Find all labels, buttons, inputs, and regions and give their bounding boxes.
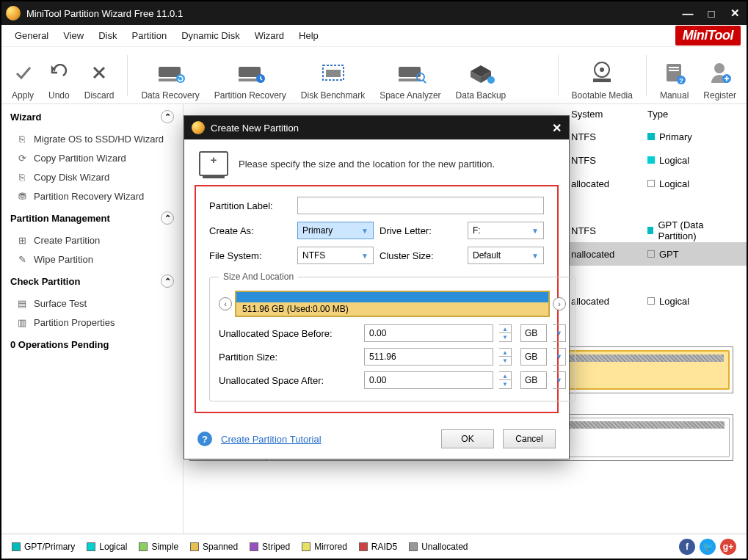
title-bar: MiniTool Partition Wizard Free 11.0.1 — … — [1, 1, 747, 25]
partition-label-label: Partition Label: — [209, 200, 291, 211]
menu-disk[interactable]: Disk — [91, 30, 124, 41]
cancel-button[interactable]: Cancel — [503, 429, 556, 448]
file-system-label: File System: — [209, 250, 291, 261]
unit-select[interactable]: ▼ — [553, 371, 566, 389]
user-plus-icon — [709, 61, 731, 84]
prev-button[interactable]: ‹ — [219, 297, 232, 310]
size-bar[interactable]: 511.96 GB (Used:0.00 MB) — [235, 291, 550, 317]
sidebar-item-copy-disk[interactable]: ⎘Copy Disk Wizard — [1, 167, 183, 186]
svg-rect-16 — [669, 67, 679, 68]
menu-bar: General View Disk Partition Dynamic Disk… — [1, 25, 747, 47]
partition-size-input[interactable] — [364, 348, 493, 366]
col-type[interactable]: Type — [642, 109, 737, 120]
sidebar-item-migrate-os[interactable]: ⎘Migrate OS to SSD/HD Wizard — [1, 129, 183, 148]
space-after-label: Unallocated Space After: — [219, 375, 358, 386]
sidebar-item-partition-properties[interactable]: ▥Partition Properties — [1, 313, 183, 332]
bootable-media-button[interactable]: Bootable Media — [567, 51, 637, 101]
create-as-select[interactable]: Primary▼ — [297, 222, 374, 239]
unit-label: GB — [520, 324, 547, 342]
brand-logo: MiniTool — [675, 26, 741, 46]
menu-general[interactable]: General — [7, 30, 56, 41]
space-before-input[interactable] — [364, 324, 493, 342]
spinner-buttons[interactable]: ▲▼ — [499, 348, 512, 366]
collapse-icon[interactable]: ⌃ — [161, 110, 174, 123]
chevron-down-icon: ▼ — [531, 252, 539, 260]
space-analyzer-button[interactable]: Space Analyzer — [375, 51, 445, 101]
partition-recovery-button[interactable]: Partition Recovery — [210, 51, 291, 101]
app-icon — [6, 6, 21, 21]
svg-rect-3 — [239, 67, 261, 77]
dialog-title: Create New Partition — [211, 123, 299, 134]
menu-help[interactable]: Help — [291, 30, 326, 41]
toolbar: Apply Undo Discard Data Recovery Partiti… — [1, 47, 747, 104]
manual-button[interactable]: ?Manual — [656, 51, 693, 101]
sidebar-item-create-partition[interactable]: ⊞Create Partition — [1, 230, 183, 250]
collapse-icon[interactable]: ⌃ — [161, 211, 174, 225]
close-button[interactable]: ✕ — [727, 7, 742, 20]
check-section-title: Check Partition — [10, 276, 80, 287]
col-system[interactable]: System — [565, 109, 642, 120]
legend-raid5: RAID5 — [359, 542, 397, 552]
space-after-input[interactable] — [364, 371, 493, 389]
wizard-section-title: Wizard — [10, 112, 42, 123]
sidebar: Wizard⌃ ⎘Migrate OS to SSD/HD Wizard ⟳Co… — [1, 104, 184, 534]
help-icon[interactable]: ? — [197, 432, 212, 446]
window-title: MiniTool Partition Wizard Free 11.0.1 — [26, 8, 680, 19]
sidebar-item-wipe-partition[interactable]: ✎Wipe Partition — [1, 250, 183, 269]
undo-button[interactable]: Undo — [44, 51, 74, 101]
operations-pending: 0 Operations Pending — [1, 332, 183, 357]
menu-wizard[interactable]: Wizard — [247, 30, 291, 41]
sidebar-item-surface-test[interactable]: ▤Surface Test — [1, 294, 183, 313]
file-system-select[interactable]: NTFS▼ — [297, 247, 374, 264]
unit-select[interactable]: ▼ — [553, 324, 566, 342]
chevron-down-icon: ▼ — [361, 252, 368, 260]
footer-legend: GPT/Primary Logical Simple Spanned Strip… — [1, 534, 747, 559]
unit-select[interactable]: ▼ — [553, 348, 566, 366]
size-location-legend: Size And Location — [219, 272, 298, 282]
data-backup-button[interactable]: Data Backup — [451, 51, 511, 101]
register-button[interactable]: Register — [699, 51, 741, 101]
cluster-size-select[interactable]: Default▼ — [468, 247, 544, 264]
maximize-button[interactable]: □ — [704, 7, 719, 20]
chevron-down-icon: ▼ — [531, 227, 539, 235]
dialog-close-button[interactable]: ✕ — [552, 121, 562, 135]
legend-striped: Striped — [250, 542, 290, 552]
facebook-icon[interactable]: f — [679, 539, 695, 555]
partition-label-input[interactable] — [297, 197, 544, 214]
collapse-icon[interactable]: ⌃ — [161, 274, 174, 288]
create-icon: ⊞ — [16, 234, 28, 246]
ok-button[interactable]: OK — [441, 429, 494, 448]
drive-letter-select[interactable]: F:▼ — [468, 222, 544, 239]
disk-benchmark-button[interactable]: Disk Benchmark — [297, 51, 369, 101]
svg-point-2 — [176, 74, 185, 83]
drive-clock-icon — [234, 61, 266, 84]
spinner-buttons[interactable]: ▲▼ — [499, 324, 512, 342]
undo-icon — [50, 64, 68, 81]
minimize-button[interactable]: — — [680, 7, 695, 20]
sidebar-item-partition-recovery[interactable]: ⛃Partition Recovery Wizard — [1, 186, 183, 206]
discard-button[interactable]: Discard — [80, 51, 119, 101]
menu-dynamic-disk[interactable]: Dynamic Disk — [174, 30, 247, 41]
unit-label: GB — [520, 348, 547, 366]
create-as-label: Create As: — [209, 225, 291, 236]
menu-view[interactable]: View — [56, 30, 91, 41]
mgmt-section-title: Partition Management — [10, 213, 110, 224]
migrate-icon: ⎘ — [16, 133, 28, 145]
svg-rect-17 — [669, 70, 679, 71]
menu-partition[interactable]: Partition — [124, 30, 174, 41]
data-recovery-button[interactable]: Data Recovery — [137, 51, 203, 101]
apply-button[interactable]: Apply — [7, 51, 38, 101]
recovery-icon: ⛃ — [16, 190, 28, 202]
drive-letter-label: Drive Letter: — [380, 225, 462, 236]
google-plus-icon[interactable]: g+ — [720, 539, 736, 555]
sidebar-item-copy-partition[interactable]: ⟳Copy Partition Wizard — [1, 148, 183, 167]
drive-search-icon — [394, 61, 426, 84]
svg-rect-14 — [593, 79, 611, 82]
partition-size-label: Partition Size: — [219, 352, 358, 363]
legend-logical: Logical — [87, 542, 127, 552]
tutorial-link[interactable]: Create Partition Tutorial — [221, 434, 322, 445]
twitter-icon[interactable]: 🐦 — [700, 539, 716, 555]
spinner-buttons[interactable]: ▲▼ — [499, 371, 512, 389]
legend-simple: Simple — [139, 542, 178, 552]
next-button[interactable]: › — [553, 297, 566, 310]
